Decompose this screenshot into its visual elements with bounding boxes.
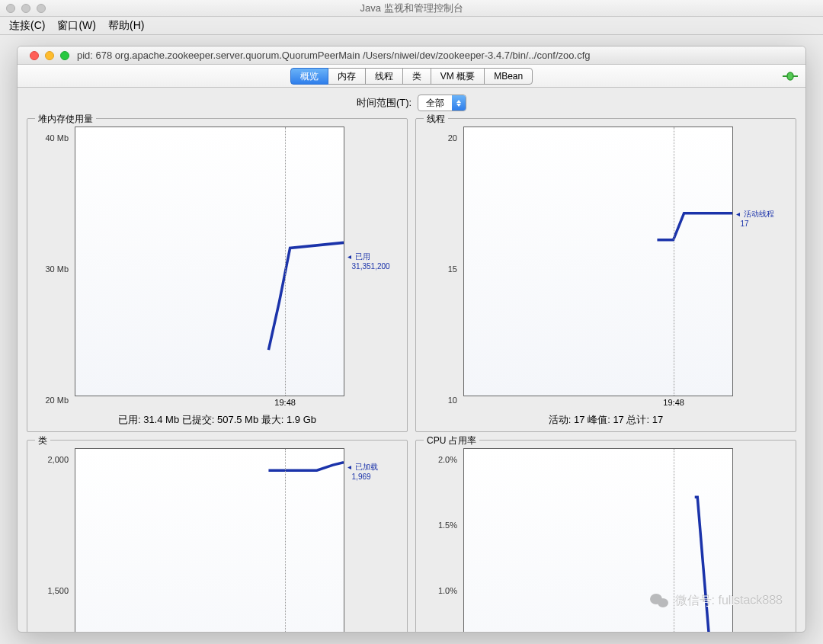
main-window: Java 监视和管理控制台 连接(C) 窗口(W) 帮助(H) pid: 678… <box>0 0 823 644</box>
classes-chart[interactable] <box>75 448 344 633</box>
menubar: 连接(C) 窗口(W) 帮助(H) <box>0 17 823 35</box>
heap-chart[interactable] <box>75 127 344 396</box>
inner-title: pid: 678 org.apache.zookeeper.server.quo… <box>77 50 591 61</box>
minimize-button[interactable] <box>45 51 54 60</box>
inner-titlebar[interactable]: pid: 678 org.apache.zookeeper.server.quo… <box>18 46 805 65</box>
threads-legend: ◂ 活动线程 17 <box>736 127 789 412</box>
heap-memory-panel: 堆内存使用量 40 Mb 30 Mb 20 Mb <box>27 118 408 432</box>
threads-chart[interactable] <box>463 127 733 396</box>
stepper-arrows-icon <box>452 95 466 111</box>
tab-threads[interactable]: 线程 <box>365 68 403 85</box>
time-range-value: 全部 <box>418 95 452 111</box>
left-arrow-icon: ◂ <box>736 209 740 217</box>
tab-memory[interactable]: 内存 <box>328 68 366 85</box>
classes-panel-title: 类 <box>35 434 50 447</box>
tab-toolbar: 概览 内存 线程 类 VM 概要 MBean <box>18 65 805 88</box>
cpu-chart[interactable] <box>463 448 733 633</box>
classes-legend: ◂ 已加载 1,969 <box>347 448 401 633</box>
zoom-button[interactable] <box>60 51 69 60</box>
menu-help[interactable]: 帮助(H) <box>108 19 144 33</box>
threads-panel-title: 线程 <box>424 113 448 126</box>
threads-xaxis: 19:48 <box>463 396 733 412</box>
heap-yaxis: 40 Mb 30 Mb 20 Mb <box>34 127 72 412</box>
time-range-row: 时间范围(T): 全部 <box>18 88 805 118</box>
tab-classes[interactable]: 类 <box>402 68 431 85</box>
connection-window: pid: 678 org.apache.zookeeper.server.quo… <box>17 46 806 633</box>
connection-status-icon <box>783 69 798 83</box>
cpu-yaxis: 2.0% 1.5% 1.0% 0.5% 0.0% <box>422 448 460 633</box>
close-button[interactable] <box>30 51 39 60</box>
menu-window[interactable]: 窗口(W) <box>57 19 96 33</box>
time-range-label: 时间范围(T): <box>357 96 412 110</box>
heap-legend: ◂ 已用 31,351,200 <box>347 127 401 412</box>
cpu-panel: CPU 占用率 2.0% 1.5% 1.0% 0.5% 0.0% <box>415 440 796 633</box>
classes-yaxis: 2,000 1,500 1,000 <box>34 448 72 633</box>
menu-connection[interactable]: 连接(C) <box>9 19 45 33</box>
classes-panel: 类 2,000 1,500 1,000 <box>27 440 408 633</box>
left-arrow-icon: ◂ <box>347 252 351 260</box>
left-arrow-icon: ◂ <box>347 462 351 470</box>
cpu-panel-title: CPU 占用率 <box>424 434 479 447</box>
threads-yaxis: 20 15 10 <box>422 127 460 412</box>
threads-panel: 线程 20 15 10 <box>415 118 796 432</box>
svg-point-1 <box>787 72 793 80</box>
time-range-select[interactable]: 全部 <box>418 95 466 111</box>
heap-xaxis: 19:48 <box>75 396 344 412</box>
app-title: Java 监视和管理控制台 <box>0 2 823 15</box>
outer-titlebar: Java 监视和管理控制台 <box>0 0 823 17</box>
tab-overview[interactable]: 概览 <box>290 68 328 85</box>
overview-panels: 堆内存使用量 40 Mb 30 Mb 20 Mb <box>18 118 805 632</box>
threads-stats: 活动: 17 峰值: 17 总计: 17 <box>422 412 789 427</box>
tab-vm-summary[interactable]: VM 概要 <box>431 68 485 85</box>
heap-panel-title: 堆内存使用量 <box>35 113 96 126</box>
heap-stats: 已用: 31.4 Mb 已提交: 507.5 Mb 最大: 1.9 Gb <box>34 412 401 427</box>
cpu-legend: ◂ CPU 占用率 0.1% <box>736 448 789 633</box>
tab-group: 概览 内存 线程 类 VM 概要 MBean <box>290 68 533 85</box>
tab-mbean[interactable]: MBean <box>484 68 533 85</box>
